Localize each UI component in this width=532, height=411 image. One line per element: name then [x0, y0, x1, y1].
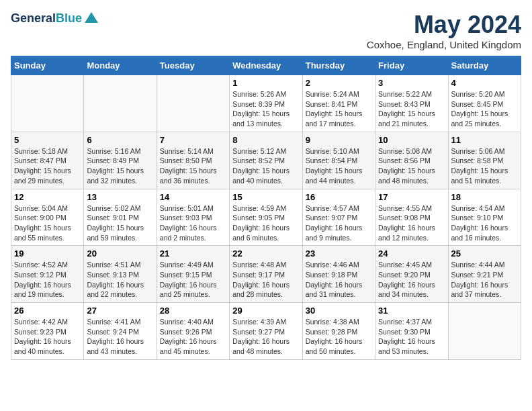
- day-number: 16: [306, 192, 372, 202]
- day-info: Sunrise: 5:10 AMSunset: 8:54 PMDaylight:…: [306, 146, 372, 186]
- day-cell: 1Sunrise: 5:26 AMSunset: 8:39 PMDaylight…: [230, 75, 302, 132]
- day-number: 2: [306, 78, 372, 88]
- day-cell: 21Sunrise: 4:49 AMSunset: 9:15 PMDayligh…: [157, 246, 229, 303]
- day-info: Sunrise: 5:14 AMSunset: 8:50 PMDaylight:…: [160, 146, 226, 186]
- day-cell: 18Sunrise: 4:54 AMSunset: 9:10 PMDayligh…: [448, 189, 521, 246]
- day-number: 24: [378, 248, 445, 259]
- day-info: Sunrise: 5:26 AMSunset: 8:39 PMDaylight:…: [232, 89, 299, 129]
- day-cell: 22Sunrise: 4:48 AMSunset: 9:17 PMDayligh…: [230, 246, 302, 303]
- calendar-table: SundayMondayTuesdayWednesdayThursdayFrid…: [11, 56, 521, 360]
- day-number: 7: [160, 135, 226, 145]
- week-row-2: 5Sunrise: 5:18 AMSunset: 8:47 PMDaylight…: [11, 132, 521, 189]
- day-info: Sunrise: 4:37 AMSunset: 9:30 PMDaylight:…: [378, 317, 445, 357]
- day-info: Sunrise: 5:22 AMSunset: 8:43 PMDaylight:…: [378, 89, 445, 129]
- day-number: 8: [232, 135, 299, 145]
- day-number: 15: [232, 192, 299, 202]
- day-number: 1: [232, 78, 299, 88]
- day-cell: 27Sunrise: 4:41 AMSunset: 9:24 PMDayligh…: [84, 303, 157, 360]
- day-number: 14: [160, 192, 226, 202]
- day-number: 20: [87, 248, 153, 259]
- location: Coxhoe, England, United Kingdom: [367, 39, 521, 50]
- day-info: Sunrise: 5:08 AMSunset: 8:56 PMDaylight:…: [378, 146, 445, 186]
- column-header-thursday: Thursday: [302, 56, 375, 75]
- day-number: 22: [232, 248, 299, 259]
- day-info: Sunrise: 4:42 AMSunset: 9:23 PMDaylight:…: [14, 317, 81, 357]
- day-number: 6: [87, 135, 153, 145]
- day-number: 9: [306, 135, 372, 145]
- column-header-monday: Monday: [84, 56, 157, 75]
- logo: GeneralBlue: [11, 11, 99, 27]
- day-number: 28: [160, 306, 226, 316]
- day-cell: 3Sunrise: 5:22 AMSunset: 8:43 PMDaylight…: [375, 75, 448, 132]
- day-number: 31: [378, 306, 445, 316]
- day-cell: 10Sunrise: 5:08 AMSunset: 8:56 PMDayligh…: [375, 132, 448, 189]
- day-number: 23: [306, 248, 372, 259]
- day-number: 29: [232, 306, 299, 316]
- day-cell: 30Sunrise: 4:38 AMSunset: 9:28 PMDayligh…: [302, 303, 375, 360]
- day-info: Sunrise: 5:20 AMSunset: 8:45 PMDaylight:…: [451, 89, 518, 129]
- day-cell: 6Sunrise: 5:16 AMSunset: 8:49 PMDaylight…: [84, 132, 157, 189]
- day-number: 4: [451, 78, 518, 88]
- day-cell: 7Sunrise: 5:14 AMSunset: 8:50 PMDaylight…: [157, 132, 229, 189]
- day-cell: 11Sunrise: 5:06 AMSunset: 8:58 PMDayligh…: [448, 132, 521, 189]
- day-cell: 9Sunrise: 5:10 AMSunset: 8:54 PMDaylight…: [302, 132, 375, 189]
- day-number: 13: [87, 192, 153, 202]
- day-info: Sunrise: 5:06 AMSunset: 8:58 PMDaylight:…: [451, 146, 518, 186]
- day-cell: 24Sunrise: 4:45 AMSunset: 9:20 PMDayligh…: [375, 246, 448, 303]
- day-cell: 5Sunrise: 5:18 AMSunset: 8:47 PMDaylight…: [11, 132, 84, 189]
- day-info: Sunrise: 4:49 AMSunset: 9:15 PMDaylight:…: [160, 260, 226, 300]
- column-header-tuesday: Tuesday: [157, 56, 229, 75]
- day-number: 27: [87, 306, 153, 316]
- day-number: 18: [451, 192, 518, 202]
- week-row-3: 12Sunrise: 5:04 AMSunset: 9:00 PMDayligh…: [11, 189, 521, 246]
- day-cell: 12Sunrise: 5:04 AMSunset: 9:00 PMDayligh…: [11, 189, 84, 246]
- day-number: 30: [306, 306, 372, 316]
- day-number: 10: [378, 135, 445, 145]
- day-cell: 31Sunrise: 4:37 AMSunset: 9:30 PMDayligh…: [375, 303, 448, 360]
- day-info: Sunrise: 5:16 AMSunset: 8:49 PMDaylight:…: [87, 146, 153, 186]
- page-header: GeneralBlue May 2024 Coxhoe, England, Un…: [11, 11, 521, 50]
- day-info: Sunrise: 4:59 AMSunset: 9:05 PMDaylight:…: [232, 203, 299, 243]
- day-info: Sunrise: 4:46 AMSunset: 9:18 PMDaylight:…: [306, 260, 372, 300]
- day-number: 11: [451, 135, 518, 145]
- day-info: Sunrise: 4:38 AMSunset: 9:28 PMDaylight:…: [306, 317, 372, 357]
- day-cell: 14Sunrise: 5:01 AMSunset: 9:03 PMDayligh…: [157, 189, 229, 246]
- day-cell: 17Sunrise: 4:55 AMSunset: 9:08 PMDayligh…: [375, 189, 448, 246]
- column-header-saturday: Saturday: [448, 56, 521, 75]
- day-cell: 4Sunrise: 5:20 AMSunset: 8:45 PMDaylight…: [448, 75, 521, 132]
- day-info: Sunrise: 4:55 AMSunset: 9:08 PMDaylight:…: [378, 203, 445, 243]
- day-info: Sunrise: 5:24 AMSunset: 8:41 PMDaylight:…: [306, 89, 372, 129]
- day-cell: 29Sunrise: 4:39 AMSunset: 9:27 PMDayligh…: [230, 303, 302, 360]
- day-info: Sunrise: 4:48 AMSunset: 9:17 PMDaylight:…: [232, 260, 299, 300]
- logo-icon: [83, 11, 99, 27]
- day-number: 25: [451, 248, 518, 259]
- day-cell: 16Sunrise: 4:57 AMSunset: 9:07 PMDayligh…: [302, 189, 375, 246]
- week-row-5: 26Sunrise: 4:42 AMSunset: 9:23 PMDayligh…: [11, 303, 521, 360]
- day-info: Sunrise: 4:44 AMSunset: 9:21 PMDaylight:…: [451, 260, 518, 300]
- day-number: 21: [160, 248, 226, 259]
- day-info: Sunrise: 4:57 AMSunset: 9:07 PMDaylight:…: [306, 203, 372, 243]
- day-cell: 28Sunrise: 4:40 AMSunset: 9:26 PMDayligh…: [157, 303, 229, 360]
- title-area: May 2024 Coxhoe, England, United Kingdom: [367, 11, 521, 50]
- day-cell: [84, 75, 157, 132]
- column-header-sunday: Sunday: [11, 56, 84, 75]
- day-number: 12: [14, 192, 81, 202]
- day-cell: 25Sunrise: 4:44 AMSunset: 9:21 PMDayligh…: [448, 246, 521, 303]
- day-info: Sunrise: 4:51 AMSunset: 9:13 PMDaylight:…: [87, 260, 153, 300]
- day-info: Sunrise: 4:52 AMSunset: 9:12 PMDaylight:…: [14, 260, 81, 300]
- day-info: Sunrise: 4:40 AMSunset: 9:26 PMDaylight:…: [160, 317, 226, 357]
- day-cell: [157, 75, 229, 132]
- day-info: Sunrise: 5:01 AMSunset: 9:03 PMDaylight:…: [160, 203, 226, 243]
- week-row-1: 1Sunrise: 5:26 AMSunset: 8:39 PMDaylight…: [11, 75, 521, 132]
- column-header-friday: Friday: [375, 56, 448, 75]
- day-cell: [11, 75, 84, 132]
- day-info: Sunrise: 5:04 AMSunset: 9:00 PMDaylight:…: [14, 203, 81, 243]
- day-cell: 2Sunrise: 5:24 AMSunset: 8:41 PMDaylight…: [302, 75, 375, 132]
- day-cell: 20Sunrise: 4:51 AMSunset: 9:13 PMDayligh…: [84, 246, 157, 303]
- calendar-header-row: SundayMondayTuesdayWednesdayThursdayFrid…: [11, 56, 521, 75]
- day-cell: [448, 303, 521, 360]
- column-header-wednesday: Wednesday: [230, 56, 302, 75]
- month-title: May 2024: [367, 11, 521, 39]
- day-cell: 15Sunrise: 4:59 AMSunset: 9:05 PMDayligh…: [230, 189, 302, 246]
- svg-marker-0: [85, 12, 98, 23]
